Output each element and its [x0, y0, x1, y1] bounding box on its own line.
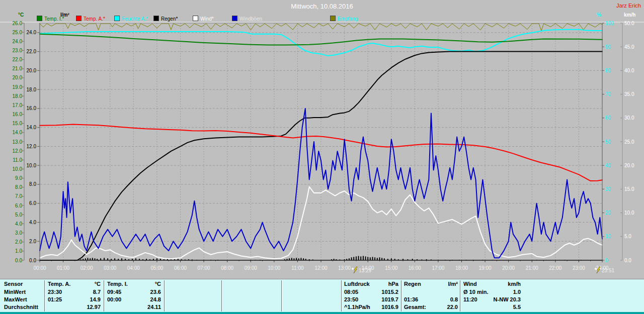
- table-cell: 00:00: [107, 296, 121, 302]
- rain-intensity-bar: [363, 256, 364, 261]
- table-cell: N-NW 20.3: [494, 296, 521, 302]
- rain-intensity-bar: [372, 257, 373, 260]
- time-axis-label: 08:00: [221, 265, 233, 271]
- temp-axis-label: 7.0: [15, 193, 22, 199]
- rain-intensity-bar: [379, 257, 380, 260]
- rain-intensity-bar: [358, 256, 359, 261]
- time-axis-label: 15:00: [385, 265, 397, 271]
- marker-13-29: [351, 267, 357, 273]
- rain-intensity-bar: [353, 257, 354, 260]
- table-cell: 09:45: [107, 289, 121, 295]
- marker-time-label: 13:29: [359, 268, 371, 273]
- rain-axis-label: 4.0: [29, 220, 36, 225]
- humidity-axis-label: 20: [605, 210, 611, 216]
- humidity-axis-label: 90: [605, 44, 611, 50]
- rain-intensity-bar: [370, 257, 371, 260]
- temp-axis-label: 24.0: [13, 39, 23, 44]
- table-cell: Temp. I.: [107, 281, 128, 287]
- windspeed-axis-label: 25.0: [624, 139, 634, 145]
- humidity-axis-label: 10: [605, 234, 611, 239]
- temp-axis-label: 17.0: [13, 102, 23, 108]
- table-cell: 1016.9: [381, 304, 398, 310]
- temp-axis-label: 4.0: [15, 221, 22, 227]
- time-axis-label: 07:00: [198, 265, 210, 271]
- rain-axis-label: 16.0: [27, 106, 37, 111]
- temp-axis-label: 12.0: [13, 148, 23, 154]
- time-axis-label: 18:00: [455, 265, 468, 271]
- table-cell: 11:20: [463, 296, 477, 302]
- table-cell: 23:30: [48, 289, 62, 295]
- temp-axis-label: 0.0: [15, 258, 22, 263]
- table-cell: Wind: [463, 281, 477, 287]
- time-axis-label: 16:00: [409, 265, 421, 271]
- temp-axis-label: 1.0: [15, 248, 22, 254]
- table-cell: 14.9: [90, 296, 101, 302]
- rain-intensity-bar: [374, 257, 375, 260]
- table-cell: km/h: [508, 281, 521, 287]
- table-cell: 01:36: [404, 296, 418, 302]
- stats-panel: SensorMinWertMaxWertDurchschnittTemp. A.…: [0, 279, 644, 312]
- time-axis-label: 02:00: [80, 265, 93, 271]
- humidity-axis-label: 80: [605, 68, 611, 73]
- weather-chart-plot: 0.01.02.03.04.05.06.07.08.09.010.011.012…: [0, 0, 644, 279]
- time-axis-label: 11:00: [291, 265, 304, 271]
- column-divider: [104, 280, 105, 311]
- rain-axis-label: 0.0: [29, 258, 36, 263]
- humidity-axis-label: 40: [605, 163, 611, 168]
- temp-axis-label: 26.0: [13, 21, 23, 26]
- time-axis-label: 22:00: [549, 265, 561, 271]
- row-label-minwert: MinWert: [4, 289, 26, 295]
- temp-axis-label: 5.0: [15, 212, 22, 218]
- temp-axis-label: 2.0: [15, 239, 22, 245]
- table-cell: l/m²: [448, 281, 458, 287]
- temp-axis-label: 25.0: [13, 30, 23, 35]
- rain-axis-label: 8.0: [29, 181, 36, 187]
- temp-axis-label: 23.0: [13, 48, 23, 53]
- column-divider: [401, 280, 402, 311]
- table-cell: 22.0: [447, 304, 458, 310]
- rain-axis-label: 24.0: [27, 30, 37, 35]
- temp-axis-label: 18.0: [13, 93, 23, 99]
- time-axis-label: 09:00: [245, 265, 257, 271]
- time-axis-label: 05:00: [150, 265, 163, 271]
- temp-axis-label: 15.0: [13, 121, 23, 126]
- temp-axis-label: 6.0: [15, 203, 22, 208]
- time-axis-label: 04:00: [127, 265, 140, 271]
- rain-axis-label: 6.0: [29, 200, 36, 206]
- column-divider: [221, 280, 222, 311]
- marker-time-label: 23:51: [602, 268, 614, 273]
- temp-axis-label: 9.0: [15, 175, 22, 181]
- windspeed-axis-label: 50.0: [624, 21, 634, 26]
- time-axis-label: 06:00: [174, 265, 187, 271]
- humidity-axis-label: 0: [605, 258, 608, 263]
- humidity-axis-label: 50: [605, 139, 611, 145]
- windspeed-axis-label: 45.0: [624, 44, 634, 50]
- rain-axis-label: 2.0: [29, 239, 36, 244]
- series-line-regen: [40, 52, 602, 260]
- windspeed-axis-label: 10.0: [624, 210, 634, 216]
- table-cell: 8.7: [93, 289, 101, 295]
- table-cell: 23.6: [150, 289, 161, 295]
- table-cell: 0.8: [450, 296, 458, 302]
- time-axis-label: 20:00: [502, 265, 515, 271]
- row-label-sensor: Sensor: [4, 281, 23, 287]
- temp-axis-label: 8.0: [15, 184, 22, 190]
- windspeed-axis-label: 30.0: [624, 115, 634, 121]
- rain-intensity-bar: [367, 257, 368, 260]
- time-axis-label: 19:00: [479, 265, 492, 271]
- series-line-windb-en: [40, 109, 602, 258]
- table-cell: 24.8: [150, 296, 161, 302]
- table-cell: 1015.2: [381, 289, 398, 295]
- table-cell: Gesamt:: [404, 304, 426, 310]
- bottom-edge-strip: [0, 312, 644, 314]
- column-divider: [460, 280, 461, 311]
- row-label-maxwert: MaxWert: [4, 296, 27, 302]
- table-cell: Regen: [404, 281, 421, 287]
- rain-axis-label: 14.0: [27, 125, 37, 130]
- rain-intensity-bar: [356, 256, 357, 260]
- temp-axis-label: 22.0: [13, 57, 23, 62]
- table-cell: 1019.7: [381, 296, 398, 302]
- temp-axis-label: 11.0: [13, 157, 22, 163]
- temp-axis-label: 10.0: [13, 166, 23, 172]
- humidity-axis-label: 60: [605, 115, 611, 121]
